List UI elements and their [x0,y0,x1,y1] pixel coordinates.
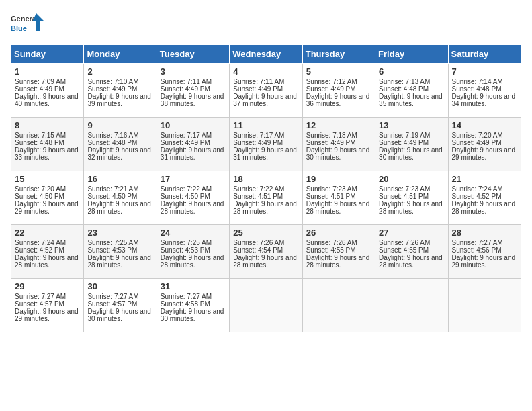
daylight-line: Daylight: 9 hours and 31 minutes. [233,146,297,161]
day-number: 24 [161,228,226,238]
logo: GeneralBlue [11,11,44,38]
sunset-line: Sunset: 4:48 PM [87,139,137,146]
day-number: 9 [87,120,152,130]
sunrise-line: Sunrise: 7:26 AM [379,239,430,246]
calendar-cell: 14Sunrise: 7:20 AMSunset: 4:49 PMDayligh… [448,118,521,171]
day-number: 13 [379,120,444,130]
daylight-line: Daylight: 9 hours and 34 minutes. [452,93,516,107]
sunrise-line: Sunrise: 7:15 AM [15,132,66,139]
day-number: 8 [15,120,80,130]
calendar-cell: 17Sunrise: 7:22 AMSunset: 4:50 PMDayligh… [157,171,229,225]
calendar-cell: 11Sunrise: 7:17 AMSunset: 4:49 PMDayligh… [230,118,302,171]
daylight-line: Daylight: 9 hours and 28 minutes. [87,254,151,269]
sunset-line: Sunset: 4:49 PM [306,139,356,146]
calendar-cell: 27Sunrise: 7:26 AMSunset: 4:55 PMDayligh… [375,225,448,279]
day-number: 26 [306,228,371,238]
sunset-line: Sunset: 4:49 PM [233,85,283,93]
day-number: 6 [379,66,444,77]
day-number: 22 [15,228,80,238]
day-number: 11 [233,120,298,130]
calendar-cell: 5Sunrise: 7:12 AMSunset: 4:49 PMDaylight… [302,64,375,118]
col-header-sunday: Sunday [11,45,84,64]
sunset-line: Sunset: 4:53 PM [87,246,137,254]
calendar-cell [448,279,521,332]
day-number: 21 [452,174,517,184]
calendar-cell: 1Sunrise: 7:09 AMSunset: 4:49 PMDaylight… [11,64,84,118]
daylight-line: Daylight: 9 hours and 39 minutes. [87,93,151,107]
day-number: 27 [379,228,444,238]
sunrise-line: Sunrise: 7:17 AM [233,132,284,139]
sunset-line: Sunset: 4:51 PM [306,193,356,200]
calendar-cell: 30Sunrise: 7:27 AMSunset: 4:57 PMDayligh… [84,279,157,332]
calendar-cell: 3Sunrise: 7:11 AMSunset: 4:49 PMDaylight… [157,64,229,118]
logo-svg: GeneralBlue [11,11,44,38]
daylight-line: Daylight: 9 hours and 28 minutes. [306,200,370,215]
daylight-line: Daylight: 9 hours and 35 minutes. [379,93,443,107]
daylight-line: Daylight: 9 hours and 38 minutes. [161,93,224,107]
calendar-table: SundayMondayTuesdayWednesdayThursdayFrid… [11,44,521,332]
sunset-line: Sunset: 4:50 PM [87,193,137,200]
daylight-line: Daylight: 9 hours and 30 minutes. [161,308,224,322]
sunrise-line: Sunrise: 7:27 AM [15,293,66,300]
daylight-line: Daylight: 9 hours and 28 minutes. [452,200,516,215]
sunset-line: Sunset: 4:49 PM [161,139,210,146]
sunset-line: Sunset: 4:50 PM [15,193,64,200]
sunrise-line: Sunrise: 7:14 AM [452,78,503,85]
daylight-line: Daylight: 9 hours and 33 minutes. [15,146,79,161]
sunrise-line: Sunrise: 7:12 AM [306,78,357,85]
daylight-line: Daylight: 9 hours and 28 minutes. [306,254,370,269]
sunrise-line: Sunrise: 7:16 AM [87,132,138,139]
calendar-cell: 29Sunrise: 7:27 AMSunset: 4:57 PMDayligh… [11,279,84,332]
daylight-line: Daylight: 9 hours and 28 minutes. [233,254,297,269]
day-number: 2 [87,66,152,77]
calendar-cell: 6Sunrise: 7:13 AMSunset: 4:48 PMDaylight… [375,64,448,118]
svg-text:Blue: Blue [11,24,27,32]
daylight-line: Daylight: 9 hours and 30 minutes. [379,146,443,161]
daylight-line: Daylight: 9 hours and 30 minutes. [87,308,151,322]
col-header-tuesday: Tuesday [157,45,229,64]
daylight-line: Daylight: 9 hours and 32 minutes. [87,146,151,161]
col-header-friday: Friday [375,45,448,64]
calendar-cell: 16Sunrise: 7:21 AMSunset: 4:50 PMDayligh… [84,171,157,225]
sunset-line: Sunset: 4:55 PM [306,246,356,254]
day-number: 17 [161,174,226,184]
sunset-line: Sunset: 4:52 PM [15,246,64,254]
sunrise-line: Sunrise: 7:27 AM [452,239,503,246]
sunrise-line: Sunrise: 7:20 AM [15,185,66,193]
sunrise-line: Sunrise: 7:11 AM [233,78,284,85]
calendar-cell: 18Sunrise: 7:22 AMSunset: 4:51 PMDayligh… [230,171,302,225]
sunrise-line: Sunrise: 7:19 AM [379,132,430,139]
sunrise-line: Sunrise: 7:22 AM [233,185,284,193]
sunrise-line: Sunrise: 7:26 AM [306,239,357,246]
sunset-line: Sunset: 4:49 PM [452,139,502,146]
calendar-cell: 9Sunrise: 7:16 AMSunset: 4:48 PMDaylight… [84,118,157,171]
sunrise-line: Sunrise: 7:27 AM [87,293,138,300]
sunset-line: Sunset: 4:49 PM [161,85,210,93]
sunset-line: Sunset: 4:49 PM [379,139,429,146]
sunset-line: Sunset: 4:49 PM [233,139,283,146]
sunset-line: Sunset: 4:49 PM [15,85,64,93]
calendar-cell: 12Sunrise: 7:18 AMSunset: 4:49 PMDayligh… [302,118,375,171]
sunset-line: Sunset: 4:53 PM [161,246,210,254]
daylight-line: Daylight: 9 hours and 28 minutes. [379,254,443,269]
sunset-line: Sunset: 4:48 PM [379,85,429,93]
calendar-cell: 26Sunrise: 7:26 AMSunset: 4:55 PMDayligh… [302,225,375,279]
calendar-cell [375,279,448,332]
daylight-line: Daylight: 9 hours and 29 minutes. [452,146,516,161]
daylight-line: Daylight: 9 hours and 37 minutes. [233,93,297,107]
sunrise-line: Sunrise: 7:22 AM [161,185,212,193]
sunrise-line: Sunrise: 7:17 AM [161,132,212,139]
day-number: 10 [161,120,226,130]
daylight-line: Daylight: 9 hours and 36 minutes. [306,93,370,107]
sunrise-line: Sunrise: 7:23 AM [379,185,430,193]
sunrise-line: Sunrise: 7:11 AM [161,78,212,85]
daylight-line: Daylight: 9 hours and 28 minutes. [233,200,297,215]
calendar-cell: 7Sunrise: 7:14 AMSunset: 4:48 PMDaylight… [448,64,521,118]
day-number: 1 [15,66,80,77]
daylight-line: Daylight: 9 hours and 40 minutes. [15,93,79,107]
sunset-line: Sunset: 4:57 PM [15,300,64,308]
sunrise-line: Sunrise: 7:20 AM [452,132,503,139]
calendar-cell: 23Sunrise: 7:25 AMSunset: 4:53 PMDayligh… [84,225,157,279]
day-number: 4 [233,66,298,77]
day-number: 7 [452,66,517,77]
